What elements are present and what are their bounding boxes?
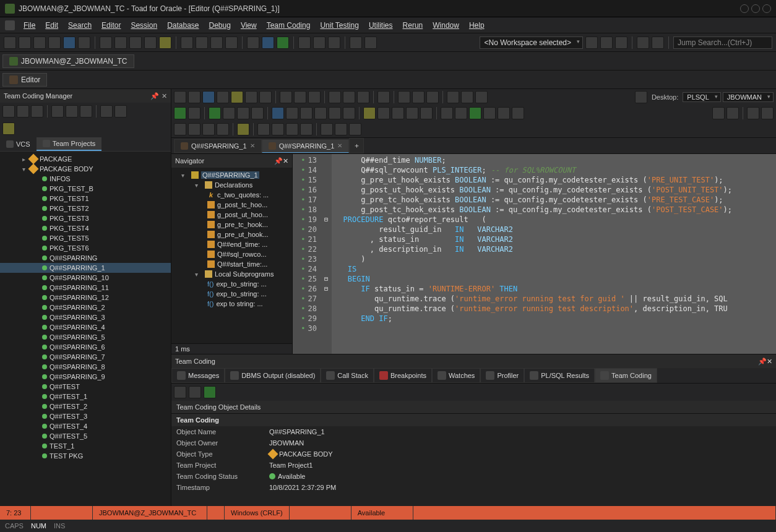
toolbar-button[interactable] bbox=[498, 107, 510, 119]
menu-rerun[interactable]: Rerun bbox=[399, 20, 427, 31]
toolbar-button[interactable] bbox=[237, 107, 249, 119]
toolbar-button[interactable] bbox=[328, 36, 340, 49]
toolbar-button[interactable] bbox=[80, 105, 92, 118]
refresh-icon[interactable] bbox=[204, 386, 216, 398]
toolbar-button[interactable] bbox=[726, 107, 739, 119]
menu-session[interactable]: Session bbox=[127, 20, 161, 31]
toolbar-button[interactable] bbox=[357, 91, 369, 103]
tree-item[interactable]: PKG_TEST3 bbox=[0, 213, 171, 223]
toolbar-button[interactable] bbox=[17, 105, 29, 118]
toolbar-button[interactable] bbox=[114, 105, 127, 118]
nav-item[interactable]: g_post_tc_hoo... bbox=[171, 200, 292, 210]
toolbar-button[interactable] bbox=[712, 107, 725, 119]
toolbar-button[interactable] bbox=[637, 36, 649, 49]
code-editor[interactable]: 131415161718192021222324252627282930 Q##… bbox=[293, 154, 776, 354]
toolbar-button[interactable] bbox=[652, 36, 664, 49]
object-tree[interactable]: ▸PACKAGE▾PACKAGE BODYINFOSPKG_TEST_BPKG_… bbox=[0, 152, 171, 506]
toolbar-button[interactable] bbox=[398, 91, 410, 103]
toolbar-button[interactable] bbox=[259, 91, 272, 103]
toolbar-button[interactable] bbox=[469, 107, 481, 119]
nav-item[interactable]: kc_two_quotes: ... bbox=[171, 190, 292, 200]
tree-item[interactable]: PKG_TEST1 bbox=[0, 194, 171, 204]
pin-icon[interactable]: 📌 bbox=[150, 92, 159, 100]
toolbar-button[interactable] bbox=[188, 107, 200, 119]
toolbar-button[interactable] bbox=[225, 36, 238, 49]
toolbar-button[interactable] bbox=[272, 123, 284, 135]
toolbar-button[interactable] bbox=[298, 36, 311, 49]
toolbar-button[interactable] bbox=[63, 36, 75, 49]
toolbar-button[interactable] bbox=[585, 36, 598, 49]
menu-editor[interactable]: Editor bbox=[98, 20, 124, 31]
tab-vcs[interactable]: VCS bbox=[0, 137, 37, 151]
nav-item[interactable]: f()exp_to_string: ... bbox=[171, 279, 292, 289]
tree-item[interactable]: Q##SPARRING_2 bbox=[0, 302, 171, 312]
nav-item[interactable]: ▾Local Subprograms bbox=[171, 269, 292, 279]
desktop-dropdown[interactable]: PLSQL bbox=[683, 92, 720, 102]
minimize-button[interactable] bbox=[740, 4, 749, 13]
toolbar-button[interactable] bbox=[761, 107, 774, 119]
toolbar-button[interactable] bbox=[257, 123, 270, 135]
menu-database[interactable]: Database bbox=[163, 20, 202, 31]
close-icon[interactable]: ✕ bbox=[162, 92, 167, 100]
nav-item[interactable]: Q##start_time:... bbox=[171, 259, 292, 269]
tree-item[interactable]: INFOS bbox=[0, 174, 171, 184]
menu-edit[interactable]: Edit bbox=[41, 20, 62, 31]
toolbar-button[interactable] bbox=[48, 36, 61, 49]
tab-profiler[interactable]: Profiler bbox=[480, 368, 524, 383]
tree-item[interactable]: PKG_TEST4 bbox=[0, 223, 171, 233]
toolbar-button[interactable] bbox=[33, 36, 46, 49]
tree-item[interactable]: Q##SPARRING_12 bbox=[0, 293, 171, 302]
menu-window[interactable]: Window bbox=[429, 20, 463, 31]
toolbar-button[interactable] bbox=[420, 107, 433, 119]
nav-item[interactable]: g_pre_ut_hook... bbox=[171, 230, 292, 239]
menu-view[interactable]: View bbox=[237, 20, 261, 31]
workspace-dropdown[interactable]: <No Workspace selected> bbox=[480, 36, 583, 49]
tree-item[interactable]: Q##SPARRING_10 bbox=[0, 273, 171, 283]
menu-debug[interactable]: Debug bbox=[205, 20, 235, 31]
tab-messages[interactable]: Messages bbox=[171, 368, 225, 383]
app-menu-icon[interactable] bbox=[5, 20, 15, 30]
menu-file[interactable]: File bbox=[20, 20, 39, 31]
toolbar-button[interactable] bbox=[343, 107, 355, 119]
toolbar-button[interactable] bbox=[313, 36, 325, 49]
toolbar-button[interactable] bbox=[231, 91, 243, 103]
menu-unit-testing[interactable]: Unit Testing bbox=[316, 20, 362, 31]
tree-item[interactable]: Q##TEST_5 bbox=[0, 431, 171, 441]
tree-item[interactable]: Q##SPARRING_3 bbox=[0, 312, 171, 322]
tree-item[interactable]: ▸PACKAGE bbox=[0, 154, 171, 164]
code-text[interactable]: Q##end_time NUMBER; Q##sql_rowcount PLS_… bbox=[332, 154, 776, 354]
toolbar-button[interactable] bbox=[635, 91, 647, 103]
close-icon[interactable]: ✕ bbox=[767, 358, 772, 366]
toolbar-button[interactable] bbox=[100, 36, 112, 49]
menu-team-coding[interactable]: Team Coding bbox=[263, 20, 314, 31]
connection-tab[interactable]: JBOWMAN@Z_JBOWMAN_TC bbox=[2, 54, 134, 68]
toolbar-button[interactable] bbox=[31, 105, 43, 118]
toolbar-button[interactable] bbox=[349, 123, 361, 135]
toolbar-button[interactable] bbox=[329, 91, 341, 103]
tree-item[interactable]: Q##SPARRING_8 bbox=[0, 362, 171, 372]
execute-icon[interactable] bbox=[174, 107, 186, 119]
toolbar-button[interactable] bbox=[377, 107, 390, 119]
toolbar-button[interactable] bbox=[363, 107, 376, 119]
close-tab-icon[interactable]: ✕ bbox=[337, 142, 342, 149]
toolbar-button[interactable] bbox=[321, 123, 333, 135]
toolbar-button[interactable] bbox=[308, 91, 321, 103]
tree-item[interactable]: Q##SPARRING_1 bbox=[0, 263, 171, 273]
tab-plsql-results[interactable]: PL/SQL Results bbox=[524, 368, 595, 383]
tree-item[interactable]: Q##TEST_3 bbox=[0, 411, 171, 421]
toolbar-button[interactable] bbox=[300, 107, 313, 119]
nav-item[interactable]: f()exp_to_string: ... bbox=[171, 289, 292, 299]
nav-item[interactable]: ▾Q##SPARRING_1 bbox=[171, 170, 292, 180]
pin-icon[interactable]: 📌 bbox=[758, 358, 767, 366]
toolbar-button[interactable] bbox=[314, 107, 327, 119]
toolbar-button[interactable] bbox=[615, 36, 627, 49]
file-tab[interactable]: Q##SPARRING_1✕ bbox=[174, 139, 262, 153]
toolbar-button[interactable] bbox=[181, 36, 193, 49]
toolbar-button[interactable] bbox=[66, 105, 78, 118]
pin-icon[interactable]: 📌 bbox=[274, 157, 283, 165]
toolbar-button[interactable] bbox=[4, 36, 16, 49]
toolbar-button[interactable] bbox=[245, 91, 257, 103]
close-tab-icon[interactable]: ✕ bbox=[250, 142, 255, 149]
toolbar-button[interactable] bbox=[747, 107, 759, 119]
toolbar-button[interactable] bbox=[174, 91, 186, 103]
